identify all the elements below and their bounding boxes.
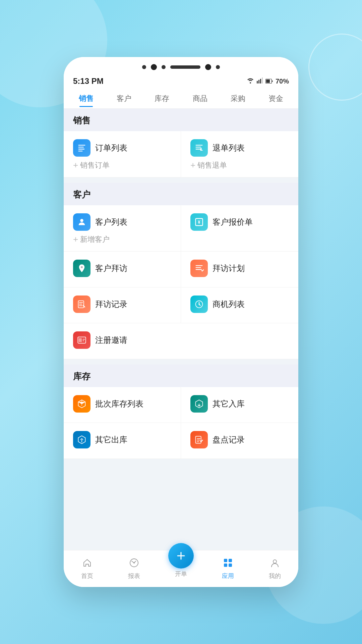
- svg-rect-23: [79, 304, 82, 305]
- menu-item-return-list[interactable]: 退单列表 + 销售退单: [181, 131, 298, 177]
- nav-item-home[interactable]: 首页: [64, 558, 111, 580]
- svg-rect-9: [78, 151, 83, 151]
- menu-item-top: 客户拜访: [73, 260, 127, 277]
- svg-rect-37: [229, 559, 232, 562]
- main-content: 销售 订单列表 + 销售订单: [64, 109, 298, 550]
- home-icon: [82, 558, 92, 571]
- svg-point-17: [81, 266, 83, 268]
- menu-label-other-outbound: 其它出库: [95, 434, 127, 445]
- svg-rect-24: [79, 306, 83, 306]
- nav-tab-products[interactable]: 商品: [181, 90, 219, 107]
- plan-icon: [190, 260, 208, 277]
- svg-rect-2: [260, 79, 261, 84]
- nav-tab-inventory[interactable]: 库存: [143, 90, 181, 107]
- section-title-sales: 销售: [73, 115, 90, 125]
- svg-rect-3: [262, 77, 263, 84]
- nav-label-report: 报表: [128, 572, 140, 580]
- menu-grid-inventory: 批次库存列表 其它入库: [64, 387, 298, 459]
- svg-rect-5: [266, 79, 270, 83]
- menu-item-order-list[interactable]: 订单列表 + 销售订单: [64, 131, 181, 177]
- svg-rect-28: [79, 338, 82, 342]
- menu-item-top: 其它出库: [73, 431, 127, 448]
- svg-rect-18: [196, 265, 203, 266]
- inbound-icon: [190, 395, 208, 413]
- svg-point-26: [198, 304, 200, 305]
- svg-rect-7: [78, 147, 84, 148]
- svg-rect-10: [196, 145, 203, 146]
- svg-rect-29: [82, 339, 85, 340]
- app-icon: [223, 558, 233, 571]
- nav-tab-finance[interactable]: 资金: [257, 90, 295, 107]
- report-icon: [129, 558, 139, 571]
- battery-percentage: 70%: [276, 77, 289, 85]
- nav-tabs: 销售 客户 库存 商品 采购 资金: [64, 89, 298, 109]
- menu-label-visit: 客户拜访: [95, 263, 127, 274]
- menu-item-other-inbound[interactable]: 其它入库: [181, 387, 298, 423]
- svg-point-33: [133, 562, 135, 564]
- batch-icon: [73, 395, 90, 413]
- nav-tab-purchase[interactable]: 采购: [219, 90, 257, 107]
- section-title-customers: 客户: [73, 190, 90, 200]
- camera-dot-1: [142, 65, 146, 69]
- menu-label-price-list: 客户报价单: [213, 217, 253, 227]
- business-icon: [190, 296, 208, 313]
- bottom-nav: 首页 报表 开单: [64, 550, 298, 587]
- menu-label-inventory-record: 盘点记录: [213, 434, 245, 445]
- phone-frame: 5:13 PM: [64, 57, 298, 587]
- menu-label-invite: 注册邀请: [95, 335, 127, 345]
- signal-icon: [257, 77, 263, 85]
- svg-rect-11: [196, 147, 201, 148]
- status-time: 5:13 PM: [73, 76, 104, 86]
- menu-item-top: 客户列表: [73, 213, 127, 231]
- menu-item-business-list[interactable]: 商机列表: [181, 287, 298, 323]
- svg-rect-8: [78, 149, 85, 149]
- phone-top-bar: [64, 57, 298, 74]
- menu-label-batch: 批次库存列表: [95, 398, 143, 409]
- menu-item-visit-record[interactable]: 拜访记录: [64, 287, 181, 323]
- menu-grid-customers: 客户列表 + 新增客户 ¥ 客户报价单: [64, 205, 298, 359]
- menu-item-batch-inventory[interactable]: 批次库存列表: [64, 387, 181, 423]
- menu-label-business: 商机列表: [213, 299, 245, 310]
- nav-label-create: 开单: [175, 570, 187, 578]
- record-icon: [73, 296, 90, 313]
- menu-item-invite[interactable]: 注册邀请: [64, 323, 298, 359]
- menu-label-visit-record: 拜访记录: [95, 299, 127, 310]
- nav-item-app[interactable]: 应用: [204, 558, 251, 580]
- menu-grid-sales: 订单列表 + 销售订单: [64, 131, 298, 177]
- inventory-record-icon: [190, 431, 208, 448]
- nav-item-mine[interactable]: 我的: [251, 558, 298, 580]
- svg-rect-31: [196, 436, 201, 443]
- menu-item-top: 拜访计划: [190, 260, 245, 277]
- user-list-icon: [73, 213, 90, 231]
- svg-rect-36: [224, 559, 227, 562]
- fab-create-button[interactable]: [168, 543, 194, 569]
- menu-item-top: 盘点记录: [190, 431, 245, 448]
- outbound-icon: [73, 431, 90, 448]
- battery-icon: [265, 77, 273, 85]
- mine-icon: [270, 558, 280, 571]
- menu-item-price-list[interactable]: ¥ 客户报价单: [181, 205, 298, 252]
- svg-rect-22: [79, 302, 83, 303]
- price-icon: ¥: [190, 213, 208, 231]
- menu-item-customer-list[interactable]: 客户列表 + 新增客户: [64, 205, 181, 252]
- svg-rect-19: [196, 267, 201, 268]
- nav-tab-customers[interactable]: 客户: [105, 90, 143, 107]
- menu-item-top: 拜访记录: [73, 296, 127, 313]
- nav-item-create[interactable]: 开单: [158, 553, 204, 578]
- menu-label-other-inbound: 其它入库: [213, 398, 245, 409]
- section-header-customers: 客户: [64, 183, 298, 205]
- nav-item-report[interactable]: 报表: [111, 558, 158, 580]
- svg-point-14: [80, 219, 83, 222]
- menu-item-top: 批次库存列表: [73, 395, 143, 413]
- svg-rect-1: [258, 80, 259, 84]
- menu-item-other-outbound[interactable]: 其它出库: [64, 423, 181, 459]
- wifi-icon: [247, 77, 254, 85]
- svg-rect-38: [224, 564, 227, 567]
- nav-tab-sales[interactable]: 销售: [67, 90, 105, 107]
- menu-item-visit-customer[interactable]: 客户拜访: [64, 252, 181, 287]
- camera-dot-5: [216, 65, 220, 69]
- status-icons: 70%: [247, 77, 289, 85]
- menu-item-visit-plan[interactable]: 拜访计划: [181, 252, 298, 287]
- menu-item-top: 注册邀请: [73, 331, 127, 349]
- menu-item-inventory-record[interactable]: 盘点记录: [181, 423, 298, 459]
